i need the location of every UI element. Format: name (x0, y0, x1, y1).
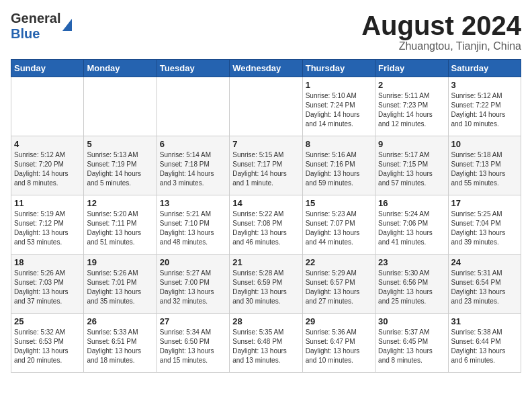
day-info: Sunrise: 5:30 AMSunset: 6:56 PMDaylight:… (378, 269, 445, 306)
day-number: 2 (378, 80, 445, 90)
day-info: Sunrise: 5:38 AMSunset: 6:44 PMDaylight:… (451, 328, 518, 365)
day-cell: 29Sunrise: 5:36 AMSunset: 6:47 PMDayligh… (302, 314, 375, 373)
header-row: SundayMondayTuesdayWednesdayThursdayFrid… (11, 60, 521, 77)
day-cell: 13Sunrise: 5:21 AMSunset: 7:10 PMDayligh… (157, 195, 229, 255)
title-section: August 2024 Zhuangtou, Tianjin, China (361, 11, 521, 52)
calendar-header: SundayMondayTuesdayWednesdayThursdayFrid… (11, 60, 521, 77)
day-number: 31 (451, 316, 518, 326)
day-number: 23 (378, 257, 445, 267)
logo: General Blue (11, 11, 72, 42)
day-cell: 9Sunrise: 5:17 AMSunset: 7:15 PMDaylight… (375, 136, 448, 195)
logo-name: General Blue (11, 11, 60, 42)
day-cell: 6Sunrise: 5:14 AMSunset: 7:18 PMDaylight… (157, 136, 229, 195)
page-header: General Blue August 2024 Zhuangtou, Tian… (11, 11, 521, 52)
header-cell-friday: Friday (375, 60, 448, 77)
day-cell: 25Sunrise: 5:32 AMSunset: 6:53 PMDayligh… (11, 314, 84, 373)
day-cell: 14Sunrise: 5:22 AMSunset: 7:08 PMDayligh… (230, 195, 302, 255)
calendar-table: SundayMondayTuesdayWednesdayThursdayFrid… (11, 59, 521, 373)
day-info: Sunrise: 5:12 AMSunset: 7:20 PMDaylight:… (14, 150, 81, 188)
day-cell: 15Sunrise: 5:23 AMSunset: 7:07 PMDayligh… (302, 195, 375, 255)
day-number: 1 (306, 80, 372, 90)
day-number: 20 (160, 257, 226, 267)
day-number: 13 (160, 198, 226, 208)
day-info: Sunrise: 5:34 AMSunset: 6:50 PMDaylight:… (160, 328, 226, 365)
day-info: Sunrise: 5:23 AMSunset: 7:07 PMDaylight:… (306, 210, 372, 247)
day-cell (230, 77, 302, 136)
day-info: Sunrise: 5:14 AMSunset: 7:18 PMDaylight:… (160, 150, 226, 188)
day-info: Sunrise: 5:26 AMSunset: 7:03 PMDaylight:… (14, 269, 81, 306)
day-number: 14 (232, 198, 299, 208)
day-cell: 3Sunrise: 5:12 AMSunset: 7:22 PMDaylight… (448, 77, 521, 136)
day-number: 30 (378, 316, 445, 326)
day-number: 16 (378, 198, 445, 208)
day-cell: 16Sunrise: 5:24 AMSunset: 7:06 PMDayligh… (375, 195, 448, 255)
day-info: Sunrise: 5:21 AMSunset: 7:10 PMDaylight:… (160, 210, 226, 247)
day-number: 26 (87, 316, 153, 326)
day-number: 19 (87, 257, 153, 267)
week-row-5: 25Sunrise: 5:32 AMSunset: 6:53 PMDayligh… (11, 314, 521, 373)
day-number: 11 (14, 198, 81, 208)
header-cell-saturday: Saturday (448, 60, 521, 77)
calendar-body: 1Sunrise: 5:10 AMSunset: 7:24 PMDaylight… (11, 77, 521, 373)
day-cell (84, 77, 157, 136)
calendar-subtitle: Zhuangtou, Tianjin, China (361, 40, 521, 52)
header-cell-thursday: Thursday (302, 60, 375, 77)
day-info: Sunrise: 5:20 AMSunset: 7:11 PMDaylight:… (87, 210, 153, 247)
day-cell: 5Sunrise: 5:13 AMSunset: 7:19 PMDaylight… (84, 136, 157, 195)
day-number: 3 (451, 80, 518, 90)
day-cell: 18Sunrise: 5:26 AMSunset: 7:03 PMDayligh… (11, 255, 84, 314)
day-cell: 20Sunrise: 5:27 AMSunset: 7:00 PMDayligh… (157, 255, 229, 314)
day-info: Sunrise: 5:28 AMSunset: 6:59 PMDaylight:… (232, 269, 299, 306)
day-number: 9 (378, 139, 445, 149)
day-number: 24 (451, 257, 518, 267)
day-info: Sunrise: 5:33 AMSunset: 6:51 PMDaylight:… (87, 328, 153, 365)
day-cell: 19Sunrise: 5:26 AMSunset: 7:01 PMDayligh… (84, 255, 157, 314)
day-number: 27 (160, 316, 226, 326)
day-cell: 30Sunrise: 5:37 AMSunset: 6:45 PMDayligh… (375, 314, 448, 373)
day-number: 6 (160, 139, 226, 149)
calendar-title: August 2024 (361, 11, 521, 40)
logo-arrow-icon (62, 19, 72, 31)
day-number: 7 (232, 139, 299, 149)
day-info: Sunrise: 5:36 AMSunset: 6:47 PMDaylight:… (306, 328, 372, 365)
day-number: 29 (306, 316, 372, 326)
day-cell: 22Sunrise: 5:29 AMSunset: 6:57 PMDayligh… (302, 255, 375, 314)
week-row-4: 18Sunrise: 5:26 AMSunset: 7:03 PMDayligh… (11, 255, 521, 314)
day-info: Sunrise: 5:26 AMSunset: 7:01 PMDaylight:… (87, 269, 153, 306)
day-cell: 17Sunrise: 5:25 AMSunset: 7:04 PMDayligh… (448, 195, 521, 255)
week-row-3: 11Sunrise: 5:19 AMSunset: 7:12 PMDayligh… (11, 195, 521, 255)
day-number: 12 (87, 198, 153, 208)
day-info: Sunrise: 5:25 AMSunset: 7:04 PMDaylight:… (451, 210, 518, 247)
day-cell: 8Sunrise: 5:16 AMSunset: 7:16 PMDaylight… (302, 136, 375, 195)
day-info: Sunrise: 5:37 AMSunset: 6:45 PMDaylight:… (378, 328, 445, 365)
header-cell-tuesday: Tuesday (157, 60, 229, 77)
day-cell: 31Sunrise: 5:38 AMSunset: 6:44 PMDayligh… (448, 314, 521, 373)
day-number: 17 (451, 198, 518, 208)
day-number: 8 (306, 139, 372, 149)
day-info: Sunrise: 5:35 AMSunset: 6:48 PMDaylight:… (232, 328, 299, 365)
day-cell: 7Sunrise: 5:15 AMSunset: 7:17 PMDaylight… (230, 136, 302, 195)
logo-general: General (11, 11, 60, 26)
day-cell: 2Sunrise: 5:11 AMSunset: 7:23 PMDaylight… (375, 77, 448, 136)
day-cell (157, 77, 229, 136)
day-cell: 24Sunrise: 5:31 AMSunset: 6:54 PMDayligh… (448, 255, 521, 314)
day-info: Sunrise: 5:17 AMSunset: 7:15 PMDaylight:… (378, 150, 445, 188)
day-info: Sunrise: 5:11 AMSunset: 7:23 PMDaylight:… (378, 91, 445, 129)
day-info: Sunrise: 5:12 AMSunset: 7:22 PMDaylight:… (451, 91, 518, 129)
day-cell: 28Sunrise: 5:35 AMSunset: 6:48 PMDayligh… (230, 314, 302, 373)
day-info: Sunrise: 5:10 AMSunset: 7:24 PMDaylight:… (306, 91, 372, 129)
day-cell: 1Sunrise: 5:10 AMSunset: 7:24 PMDaylight… (302, 77, 375, 136)
day-cell: 23Sunrise: 5:30 AMSunset: 6:56 PMDayligh… (375, 255, 448, 314)
day-number: 15 (306, 198, 372, 208)
day-number: 25 (14, 316, 81, 326)
day-number: 18 (14, 257, 81, 267)
day-cell: 4Sunrise: 5:12 AMSunset: 7:20 PMDaylight… (11, 136, 84, 195)
day-number: 4 (14, 139, 81, 149)
day-info: Sunrise: 5:24 AMSunset: 7:06 PMDaylight:… (378, 210, 445, 247)
day-info: Sunrise: 5:22 AMSunset: 7:08 PMDaylight:… (232, 210, 299, 247)
week-row-1: 1Sunrise: 5:10 AMSunset: 7:24 PMDaylight… (11, 77, 521, 136)
day-cell: 26Sunrise: 5:33 AMSunset: 6:51 PMDayligh… (84, 314, 157, 373)
header-cell-monday: Monday (84, 60, 157, 77)
day-cell: 21Sunrise: 5:28 AMSunset: 6:59 PMDayligh… (230, 255, 302, 314)
day-info: Sunrise: 5:27 AMSunset: 7:00 PMDaylight:… (160, 269, 226, 306)
